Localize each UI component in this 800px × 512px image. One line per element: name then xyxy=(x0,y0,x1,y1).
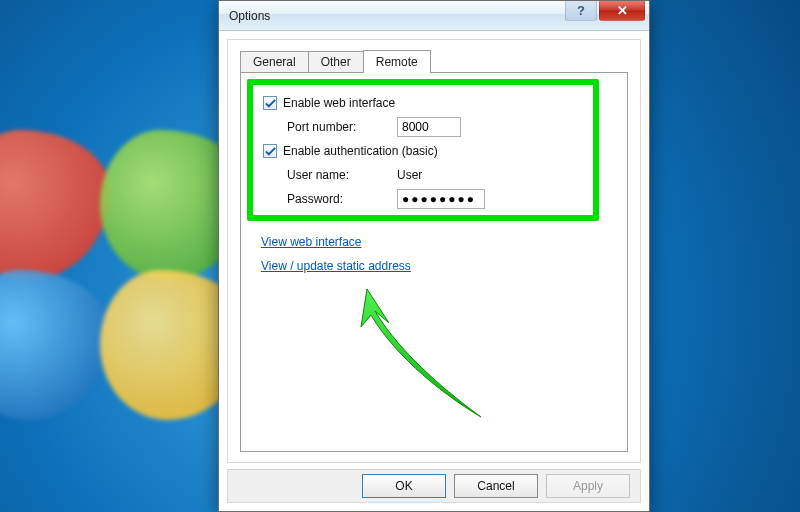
window-title: Options xyxy=(229,9,270,23)
cancel-button[interactable]: Cancel xyxy=(454,474,538,498)
tab-page-remote: Enable web interface Port number: Enable… xyxy=(240,72,628,452)
ok-button[interactable]: OK xyxy=(362,474,446,498)
view-web-interface-link[interactable]: View web interface xyxy=(261,235,362,249)
dialog-client-area: General Other Remote Enable web interfac… xyxy=(227,39,641,463)
tab-general[interactable]: General xyxy=(240,51,309,73)
tab-remote[interactable]: Remote xyxy=(363,50,431,73)
port-input[interactable] xyxy=(397,117,461,137)
dialog-button-bar: OK Cancel Apply xyxy=(227,469,641,503)
help-button[interactable]: ? xyxy=(565,1,597,21)
close-icon: ✕ xyxy=(617,4,628,17)
enable-auth-checkbox[interactable] xyxy=(263,144,277,158)
highlight-box: Enable web interface Port number: Enable… xyxy=(247,79,599,221)
view-update-static-address-link[interactable]: View / update static address xyxy=(261,259,411,273)
password-label: Password: xyxy=(287,192,397,206)
password-input[interactable] xyxy=(397,189,485,209)
enable-auth-label: Enable authentication (basic) xyxy=(283,144,438,158)
port-label: Port number: xyxy=(287,120,397,134)
username-value: User xyxy=(397,168,422,182)
enable-web-checkbox[interactable] xyxy=(263,96,277,110)
check-icon xyxy=(265,146,276,157)
check-icon xyxy=(265,98,276,109)
username-label: User name: xyxy=(287,168,397,182)
options-dialog: Options ? ✕ General Other Remote xyxy=(218,0,650,512)
close-button[interactable]: ✕ xyxy=(599,1,645,21)
tab-other[interactable]: Other xyxy=(308,51,364,73)
help-icon: ? xyxy=(577,4,585,17)
annotation-arrow-icon xyxy=(331,285,501,425)
enable-web-label: Enable web interface xyxy=(283,96,395,110)
apply-button[interactable]: Apply xyxy=(546,474,630,498)
tab-strip: General Other Remote xyxy=(240,50,430,73)
titlebar[interactable]: Options ? ✕ xyxy=(219,1,649,31)
desktop-background: Options ? ✕ General Other Remote xyxy=(0,0,800,512)
